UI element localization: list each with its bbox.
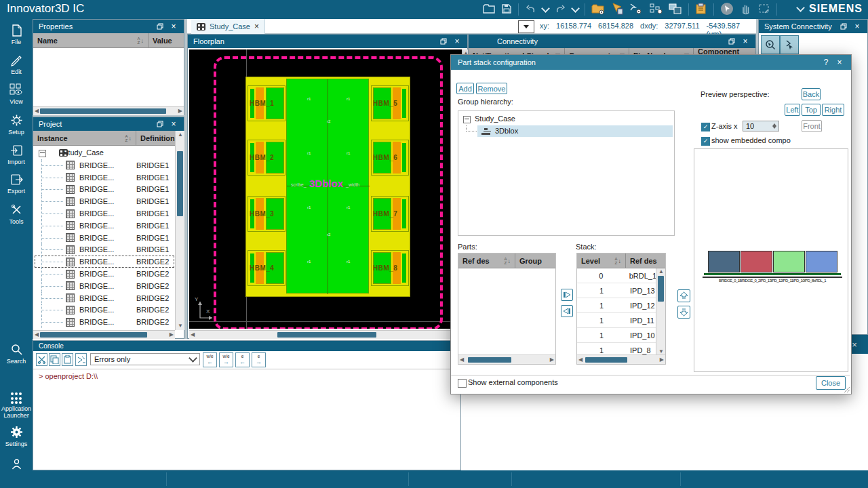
perspective-back-button[interactable]: Back (802, 88, 821, 100)
tree-item-bridge[interactable]: BRIDGE... BRIDGE1 (35, 195, 174, 207)
sidebar-item-export[interactable]: Export (0, 174, 33, 195)
float-panel-icon[interactable] (439, 37, 448, 46)
column-header-instance[interactable]: Instance AZ↓ (33, 131, 136, 146)
sidebar-item-setup[interactable]: Setup (0, 114, 33, 136)
tree-item-study-case[interactable]: Study_Case (35, 147, 174, 159)
close-panel-icon[interactable]: × (169, 119, 178, 129)
z-axis-checkbox[interactable]: ✓ (701, 123, 710, 131)
show-external-checkbox[interactable] (458, 379, 467, 388)
tree-item-study-case[interactable]: Study_Case (458, 113, 674, 125)
move-to-stack-button[interactable] (561, 289, 573, 301)
probe-display-icon[interactable] (629, 3, 643, 16)
hierarchy-display-icon[interactable] (649, 3, 663, 16)
cut-button[interactable] (36, 353, 47, 366)
resize-grip[interactable] (844, 386, 850, 393)
tree-item-bridge[interactable]: BRIDGE... BRIDGE2 (35, 256, 174, 268)
collapse-icon[interactable] (463, 116, 471, 123)
hbm-block[interactable]: HBM_3 (248, 196, 285, 232)
trace-search-button[interactable] (761, 35, 780, 54)
close-panel-icon[interactable]: × (741, 37, 750, 46)
show-embedded-checkbox[interactable]: ✓ (701, 137, 710, 146)
stack-hscrollbar[interactable]: ◀▶ (577, 354, 665, 364)
close-panel-icon[interactable]: × (852, 340, 857, 350)
undo-dropdown-icon[interactable] (541, 4, 550, 13)
tab-close-icon[interactable]: × (254, 22, 259, 31)
tree-item-bridge[interactable]: BRIDGE... BRIDGE2 (35, 304, 174, 317)
sidebar-item-edit[interactable]: Edit (0, 54, 33, 75)
stack-row[interactable]: 1 IPD_12 (577, 298, 656, 313)
windows-layout-icon[interactable] (669, 3, 682, 16)
column-header-group[interactable]: Group (515, 253, 555, 268)
perspective-top-button[interactable]: Top (802, 104, 821, 116)
project-hscrollbar[interactable]: ◀▶ (33, 330, 175, 339)
jump-message-button[interactable]: w/e← (203, 352, 217, 367)
redo-icon[interactable] (555, 4, 566, 16)
trace-select-button[interactable] (780, 35, 799, 54)
tree-item-3dblox[interactable]: 3Dblox (477, 125, 673, 137)
sidebar-item-import[interactable]: Import (0, 144, 33, 165)
paste-button[interactable] (62, 353, 73, 366)
column-header-ref-des[interactable]: Ref des AZ↓ (458, 253, 515, 268)
close-panel-icon[interactable]: × (852, 22, 862, 31)
floorplan-canvas[interactable]: HBM_1 HBM_2 HBM_3 HBM_4 HBM_5 HBM_6 HBM_… (189, 49, 462, 329)
close-panel-icon[interactable]: × (169, 22, 178, 31)
column-header-ref-des[interactable]: Ref des (626, 253, 665, 268)
perspective-front-button[interactable]: Front (802, 120, 822, 132)
pan-hand-icon[interactable] (740, 3, 752, 16)
float-panel-icon[interactable] (155, 22, 165, 31)
hbm-block[interactable]: HBM_2 (248, 140, 285, 176)
close-button[interactable]: Close (816, 376, 846, 390)
tree-item-bridge[interactable]: BRIDGE... BRIDGE1 (35, 220, 174, 232)
project-browser-icon[interactable] (591, 3, 605, 16)
column-header-value[interactable]: Value (149, 33, 184, 48)
hbm-block[interactable]: HBM_8 (371, 250, 409, 286)
jump-message-button[interactable]: e→ (252, 352, 266, 367)
column-header-definition[interactable]: Definition (136, 131, 176, 146)
open-folder-icon[interactable] (483, 3, 495, 16)
stack-row[interactable]: 1 IPD_13 (577, 283, 656, 298)
lasso-select-icon[interactable] (758, 3, 770, 16)
dialog-help-icon[interactable]: ? (821, 58, 831, 67)
stack-row[interactable]: 1 IPD_11 (577, 313, 656, 328)
hbm-block[interactable]: HBM_4 (248, 250, 285, 286)
sidebar-item-tools[interactable]: Tools (0, 203, 33, 225)
redo-dropdown-icon[interactable] (571, 4, 580, 13)
project-vscrollbar[interactable]: ▲▼ (175, 131, 184, 330)
sidebar-item-settings[interactable]: Settings (0, 426, 33, 447)
move-down-button[interactable] (677, 306, 690, 319)
jump-message-button[interactable]: e← (235, 352, 250, 367)
save-icon[interactable] (501, 3, 512, 16)
stack-row[interactable]: 0 bRDL_1 (577, 268, 656, 283)
tree-item-bridge[interactable]: BRIDGE... BRIDGE1 (35, 207, 174, 220)
floorplan-hscrollbar[interactable]: ◀▶ (189, 330, 462, 339)
tree-item-bridge[interactable]: BRIDGE... BRIDGE1 (35, 159, 174, 171)
close-panel-icon[interactable]: × (452, 37, 462, 46)
perspective-right-button[interactable]: Right (822, 104, 844, 116)
sidebar-item-application-launcher[interactable]: Application Launcher (0, 388, 33, 419)
move-to-parts-button[interactable] (561, 305, 573, 317)
float-panel-icon[interactable] (727, 37, 736, 46)
z-axis-spinner[interactable]: 10 (743, 121, 779, 131)
sidebar-item-file[interactable]: File (0, 24, 33, 45)
column-header-name[interactable]: Name AZ↓ (33, 33, 149, 48)
clipboard-icon[interactable] (695, 3, 707, 16)
tree-item-bridge[interactable]: BRIDGE... BRIDGE1 (35, 171, 174, 184)
select-display-icon[interactable] (611, 3, 623, 16)
column-header-level[interactable]: Level AZ↓ (577, 253, 626, 268)
hbm-block[interactable]: HBM_1 (248, 85, 285, 121)
parts-hscrollbar[interactable]: ◀▶ (458, 354, 555, 364)
tree-item-bridge[interactable]: BRIDGE... BRIDGE1 (35, 184, 174, 196)
spin-down-icon[interactable] (772, 126, 776, 129)
brand-collapse-icon[interactable] (796, 3, 805, 12)
coords-dropdown-button[interactable] (518, 20, 534, 33)
float-panel-icon[interactable] (839, 22, 848, 31)
tree-item-bridge[interactable]: BRIDGE... BRIDGE2 (35, 268, 174, 280)
stack-row[interactable]: 1 IPD_8 (577, 343, 656, 355)
add-button[interactable]: Add (456, 83, 474, 94)
clear-log-button[interactable] (75, 353, 87, 366)
dialog-close-icon[interactable]: × (835, 58, 844, 67)
navigate-mode-icon[interactable] (720, 2, 734, 17)
copy-button[interactable] (49, 353, 60, 366)
jump-message-button[interactable]: w/e→ (219, 352, 233, 367)
tree-item-bridge[interactable]: BRIDGE... BRIDGE2 (35, 280, 174, 292)
